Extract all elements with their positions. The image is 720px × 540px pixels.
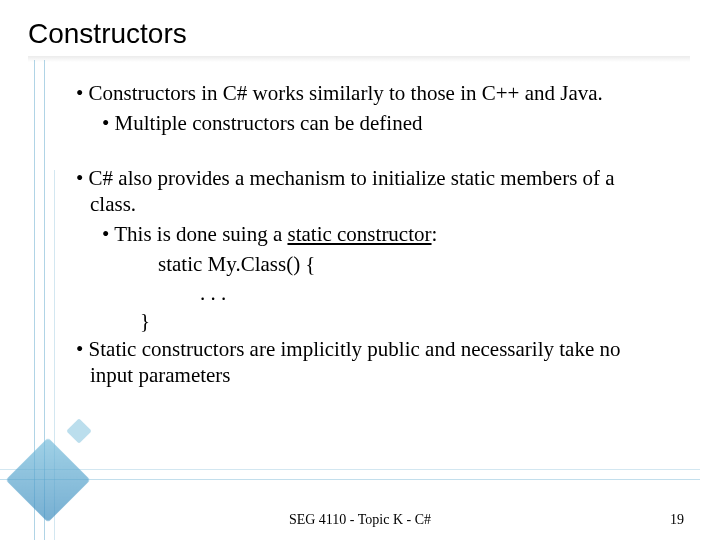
text-fragment: : (432, 222, 438, 246)
deco-diamond (6, 438, 91, 523)
code-line: static My.Class() { (60, 251, 660, 277)
text-fragment: This is done suing a (114, 222, 287, 246)
slide-title: Constructors (28, 18, 187, 50)
deco-line (0, 469, 700, 470)
deco-diamond-small (66, 418, 91, 443)
code-line: } (60, 308, 660, 334)
deco-line (54, 170, 55, 540)
deco-line (34, 60, 35, 540)
code-line: . . . (60, 280, 660, 306)
deco-line (44, 60, 45, 540)
slide: Constructors Constructors in C# works si… (0, 0, 720, 540)
deco-line (0, 479, 700, 480)
title-underline-shadow (28, 56, 690, 62)
bullet-level2: This is done suing a static constructor: (60, 221, 660, 247)
underlined-term: static constructor (287, 222, 431, 246)
bullet-level1: Static constructors are implicitly publi… (60, 336, 660, 389)
spacer (60, 141, 660, 165)
page-number: 19 (670, 512, 684, 528)
slide-body: Constructors in C# works similarly to th… (60, 80, 660, 393)
bullet-level1: C# also provides a mechanism to initiali… (60, 165, 660, 218)
bullet-level1: Constructors in C# works similarly to th… (60, 80, 660, 106)
footer-text: SEG 4110 - Topic K - C# (0, 512, 720, 528)
bullet-level2: Multiple constructors can be defined (60, 110, 660, 136)
